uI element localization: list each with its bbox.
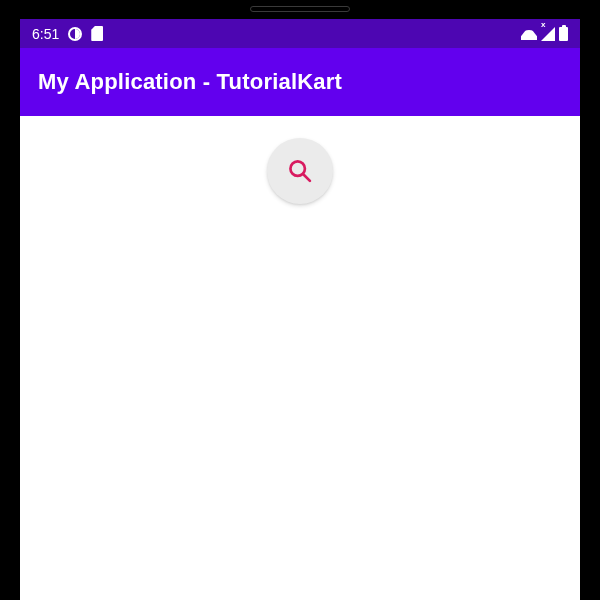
app-bar: My Application - TutorialKart bbox=[20, 48, 580, 116]
wifi-icon bbox=[521, 28, 537, 40]
search-fab[interactable] bbox=[267, 138, 333, 204]
status-time: 6:51 bbox=[32, 26, 59, 42]
svg-line-1 bbox=[303, 174, 310, 181]
sd-icon bbox=[91, 26, 103, 41]
device-frame: 6:51 x My Application - TutorialKart bbox=[0, 0, 600, 600]
status-bar: 6:51 x bbox=[20, 19, 580, 48]
status-right: x bbox=[521, 27, 568, 41]
status-left: 6:51 bbox=[32, 26, 103, 42]
search-icon bbox=[286, 157, 314, 185]
signal-icon: x bbox=[541, 27, 555, 41]
contrast-icon bbox=[68, 27, 82, 41]
bezel-top bbox=[0, 0, 600, 19]
battery-icon bbox=[559, 27, 568, 41]
bezel-right bbox=[580, 0, 600, 600]
bezel-left bbox=[0, 0, 20, 600]
content-area bbox=[20, 116, 580, 600]
speaker-grill bbox=[250, 6, 350, 12]
app-title: My Application - TutorialKart bbox=[38, 69, 342, 95]
